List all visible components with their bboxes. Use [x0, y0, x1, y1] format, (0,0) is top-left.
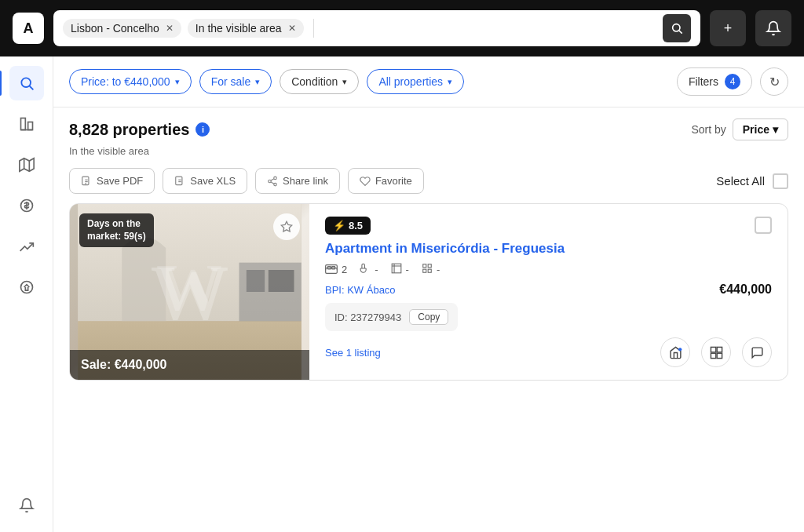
svg-point-0: [673, 24, 680, 31]
results-count: 8,828 properties: [69, 121, 189, 139]
select-all-checkbox[interactable]: [773, 173, 788, 189]
info-icon[interactable]: i: [196, 122, 210, 137]
home-action-button[interactable]: [660, 337, 690, 367]
area-value: -: [406, 264, 409, 275]
share-link-button[interactable]: Share link: [255, 168, 340, 194]
listing-id: ID: 237279943: [334, 312, 401, 323]
search-bar: Lisbon - Concelho ✕ In the visible area …: [53, 10, 700, 46]
grid-icon: [422, 263, 433, 276]
lightning-icon: ⚡: [333, 220, 345, 231]
sale-filter-button[interactable]: For sale ▾: [199, 69, 272, 94]
search-tag-lisbon[interactable]: Lisbon - Concelho ✕: [63, 19, 181, 38]
sort-value-text: Price: [743, 123, 769, 136]
svg-point-14: [274, 177, 277, 180]
bath-icon: [360, 263, 371, 276]
svg-rect-33: [423, 264, 426, 268]
svg-rect-34: [428, 264, 431, 268]
condition-filter-button[interactable]: Condition ▾: [280, 69, 359, 94]
tag-visible-label: In the visible area: [196, 22, 282, 35]
spec-area: -: [391, 263, 409, 276]
save-pdf-button[interactable]: Save PDF: [69, 168, 155, 194]
beds-value: 2: [342, 264, 347, 275]
select-all-label: Select All: [716, 174, 765, 188]
all-properties-filter-label: All properties: [378, 75, 443, 88]
svg-rect-30: [392, 264, 401, 273]
svg-rect-23: [247, 270, 265, 292]
id-row: ID: 237279943 Copy: [325, 303, 458, 331]
svg-rect-4: [20, 118, 25, 130]
price-filter-button[interactable]: Price: to €440,000 ▾: [69, 69, 192, 94]
price-filter-label: Price: to €440,000: [81, 75, 170, 88]
area-icon: [391, 263, 402, 276]
favorite-star-button[interactable]: [273, 213, 300, 240]
spec-beds: 2: [325, 263, 347, 276]
svg-point-11: [20, 282, 32, 293]
all-properties-filter-button[interactable]: All properties ▾: [367, 69, 464, 94]
notifications-button[interactable]: [755, 10, 791, 46]
svg-point-2: [21, 78, 31, 87]
condition-filter-label: Condition: [291, 75, 338, 88]
svg-line-3: [29, 86, 33, 90]
agent-name[interactable]: BPI: KW Ábaco: [325, 284, 396, 296]
svg-rect-36: [428, 269, 431, 272]
bath-value: -: [375, 264, 378, 275]
svg-marker-26: [281, 221, 291, 231]
sidebar-item-buildings[interactable]: [9, 107, 44, 141]
svg-rect-24: [269, 270, 294, 292]
all-properties-filter-chevron: ▾: [448, 77, 452, 87]
tag-visible-close[interactable]: ✕: [288, 23, 296, 34]
copy-id-button[interactable]: Copy: [409, 309, 448, 325]
sale-price-overlay: Sale: €440,000: [70, 350, 309, 380]
chat-action-button[interactable]: [742, 337, 772, 367]
save-xls-button[interactable]: Save XLS: [163, 168, 247, 194]
svg-line-17: [271, 181, 274, 183]
sidebar-item-map[interactable]: [9, 148, 44, 182]
card-select-checkbox[interactable]: [755, 217, 772, 234]
filters-count-badge: 4: [725, 74, 740, 89]
property-card: W Days on the market: 59(s) Sale: €440,0…: [69, 203, 788, 381]
sidebar-item-search[interactable]: [9, 66, 44, 100]
card-action-icons: [660, 337, 772, 367]
sidebar-item-bell[interactable]: [9, 488, 44, 523]
condition-filter-chevron: ▾: [342, 77, 347, 87]
sidebar: [0, 56, 53, 532]
card-actions-row: See 1 listing: [325, 337, 772, 367]
add-button[interactable]: +: [710, 10, 746, 46]
svg-rect-39: [717, 347, 722, 352]
card-details: ⚡ 8.5 Apartment in Misericórdia - Fregue…: [309, 204, 788, 380]
svg-rect-40: [711, 353, 715, 358]
compare-action-button[interactable]: [701, 337, 731, 367]
search-tag-visible[interactable]: In the visible area ✕: [188, 19, 304, 38]
tag-lisbon-close[interactable]: ✕: [166, 23, 174, 34]
filters-button[interactable]: Filters 4: [677, 67, 752, 96]
sort-control: Sort by Price ▾: [691, 118, 788, 140]
logo-button[interactable]: A: [13, 13, 44, 44]
svg-text:W: W: [156, 251, 222, 324]
svg-point-37: [678, 348, 682, 351]
save-pdf-label: Save PDF: [97, 175, 143, 187]
spec-bath: -: [360, 263, 378, 276]
see-listing-link[interactable]: See 1 listing: [325, 347, 381, 359]
property-title[interactable]: Apartment in Misericórdia - Freguesia: [325, 241, 772, 257]
beds-icon: [325, 263, 338, 276]
share-link-label: Share link: [283, 175, 328, 187]
sort-value-button[interactable]: Price ▾: [733, 118, 788, 140]
refresh-button[interactable]: ↻: [760, 67, 788, 96]
svg-rect-13: [176, 177, 182, 185]
days-line1: Days on the: [87, 218, 141, 229]
search-icon[interactable]: [663, 14, 691, 42]
tag-lisbon-label: Lisbon - Concelho: [71, 22, 159, 35]
filters-label: Filters: [689, 75, 718, 88]
favorite-label: Favorite: [375, 175, 412, 187]
sidebar-item-home-circle[interactable]: [9, 270, 44, 304]
property-specs: 2 - -: [325, 263, 772, 276]
svg-rect-5: [27, 122, 32, 130]
select-all-area: Select All: [716, 173, 788, 189]
save-xls-label: Save XLS: [190, 175, 236, 187]
sidebar-item-dollar[interactable]: [9, 188, 44, 223]
property-image-wrap: W Days on the market: 59(s) Sale: €440,0…: [70, 204, 309, 380]
top-nav: A Lisbon - Concelho ✕ In the visible are…: [0, 0, 804, 56]
svg-line-18: [271, 178, 274, 180]
sidebar-item-trend[interactable]: [9, 229, 44, 264]
favorite-button[interactable]: Favorite: [348, 168, 424, 194]
